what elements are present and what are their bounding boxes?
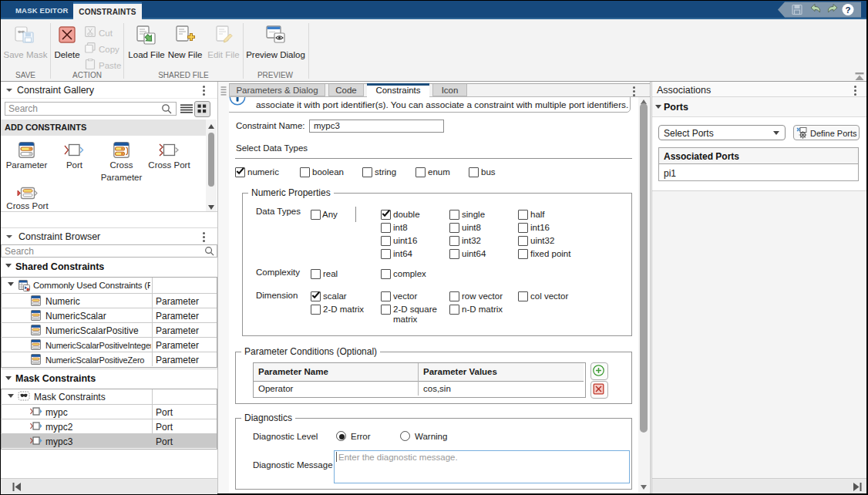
svg-text:?: ? [845, 5, 850, 15]
